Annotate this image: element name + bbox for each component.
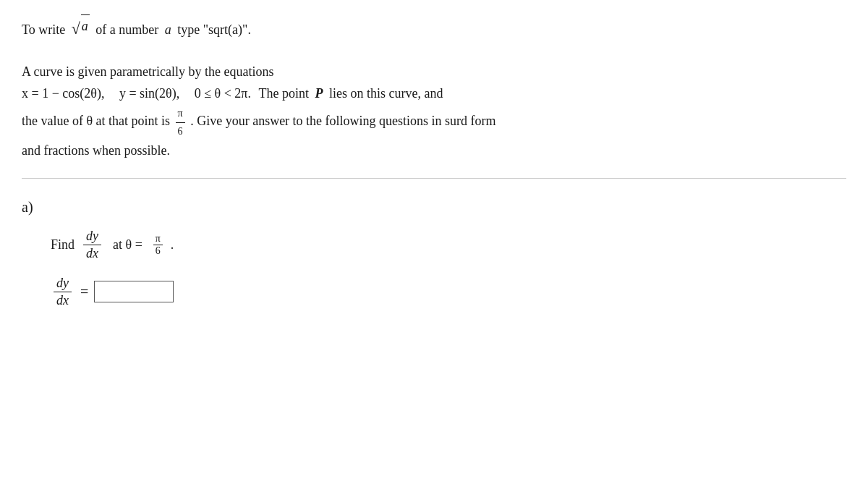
point-P-label: P (315, 86, 323, 101)
equals-sign: = (80, 284, 88, 300)
problem-equations: x = 1 − cos(2θ), y = sin(2θ), 0 ≤ θ < 2π… (22, 82, 846, 105)
answer-input[interactable] (94, 281, 174, 302)
dy-numerator: dy (83, 229, 101, 245)
hint-text: To write √a of a number a type "sqrt(a)"… (22, 14, 846, 41)
lies-text: lies on this curve, and (329, 86, 443, 101)
instructions2-text: and fractions when possible. (22, 143, 170, 158)
sqrt-symbol: √ (72, 21, 80, 37)
problem-intro: A curve is given parametrically by the e… (22, 61, 846, 83)
eq1: x = 1 − cos(2θ), (22, 86, 104, 101)
dx-denominator: dx (83, 245, 101, 261)
find-label: Find (51, 237, 75, 253)
problem-intro-text: A curve is given parametrically by the e… (22, 64, 273, 79)
hint-suffix: type "sqrt(a)". (177, 22, 251, 37)
eq2: y = sin(2θ), (119, 86, 179, 101)
part-a-label: a) (22, 199, 846, 216)
instructions-text: . Give your answer to the following ques… (190, 114, 495, 128)
dy-dx-answer-fraction: dy dx (54, 276, 72, 308)
hint-a-var: a (165, 22, 171, 37)
theta-frac-num: π (176, 105, 185, 123)
problem-block: A curve is given parametrically by the e… (22, 61, 846, 162)
sqrt-expression: √a (72, 14, 90, 37)
theta-fraction: π 6 (176, 105, 185, 140)
theta-frac-den: 6 (176, 123, 185, 140)
eq-range: 0 ≤ θ < 2π. (195, 86, 251, 101)
sqrt-radicand: a (81, 14, 90, 37)
pi-over-6: π 6 (153, 233, 163, 257)
point-text: The point (258, 86, 309, 101)
answer-line: dy dx = (51, 276, 846, 308)
problem-theta-line: the value of θ at that point is π 6 . Gi… (22, 105, 846, 140)
at-theta-text: at θ = (113, 237, 142, 253)
divider (22, 178, 846, 179)
problem-instructions2: and fractions when possible. (22, 140, 846, 162)
pi-denominator: 6 (153, 245, 163, 257)
period-dot: . (171, 237, 174, 253)
hint-middle: of a number (95, 22, 158, 37)
dx-ans-denominator: dx (54, 292, 72, 308)
hint-prefix: To write (22, 22, 65, 37)
find-line: Find dy dx at θ = π 6 . (51, 229, 846, 261)
dy-dx-fraction: dy dx (83, 229, 101, 261)
dy-ans-numerator: dy (54, 276, 72, 292)
pi-numerator: π (153, 233, 163, 245)
theta-value-text: the value of θ at that point is (22, 114, 170, 128)
